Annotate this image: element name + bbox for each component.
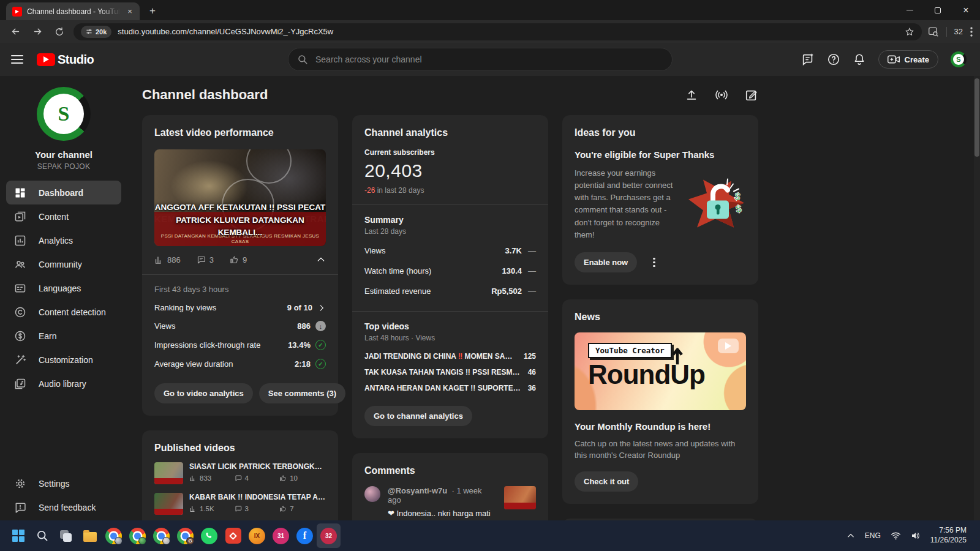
upload-video-icon[interactable] — [685, 88, 698, 102]
go-to-video-analytics-button[interactable]: Go to video analytics — [154, 383, 253, 403]
chrome-profile-4-button[interactable]: G — [173, 523, 197, 548]
chrome-profile-3-button[interactable] — [149, 523, 173, 548]
channel-avatar[interactable]: S — [37, 87, 91, 141]
chrome-profile-1-button[interactable] — [102, 523, 126, 548]
window-minimize-button[interactable] — [895, 0, 924, 20]
ideas-title: Ideas for you — [575, 127, 746, 138]
super-thanks-headline: You're eligible for Super Thanks — [575, 149, 746, 160]
sidebar-item-content[interactable]: Content — [6, 204, 121, 228]
comment-row[interactable]: @Rosyanti-w7u · 1 week ago ❤ Indonesia..… — [364, 486, 536, 518]
pink-app-button[interactable]: 31 — [269, 523, 293, 548]
studio-logo[interactable]: Studio — [37, 53, 94, 67]
language-indicator[interactable]: ENG — [865, 531, 881, 540]
top-video-row[interactable]: JADI TRENDING DI CHINA ‼ MOMEN SAKRAL TI… — [364, 348, 536, 364]
help-icon[interactable] — [827, 53, 840, 66]
start-button[interactable] — [6, 523, 30, 548]
edit-icon[interactable] — [745, 88, 758, 102]
metric-ctr: Impressions click-through rate 13.4% ✓ — [154, 335, 326, 354]
facebook-button[interactable]: f — [293, 523, 317, 548]
channel-analytics-title: Channel analytics — [364, 127, 536, 138]
sidebar-item-audio-library[interactable]: Audio library — [6, 372, 121, 395]
youtube-play-badge-icon — [718, 339, 739, 353]
chevron-right-icon — [317, 304, 326, 312]
comment-icon — [235, 474, 242, 482]
active-window-button[interactable]: 32 — [317, 523, 341, 548]
window-close-button[interactable]: × — [952, 0, 980, 20]
create-button[interactable]: Create — [878, 50, 938, 69]
youtube-favicon-icon — [12, 7, 22, 17]
scrollbar-thumb[interactable] — [974, 78, 979, 157]
sidebar-item-dashboard[interactable]: Dashboard — [6, 181, 121, 204]
metric-ranking[interactable]: Ranking by views 9 of 10 — [154, 299, 326, 317]
create-label: Create — [905, 55, 929, 64]
reload-button[interactable] — [51, 24, 67, 40]
red-diamond-app-button[interactable] — [221, 523, 245, 548]
notifications-bell-icon[interactable] — [853, 53, 866, 66]
creator-roundup-banner[interactable]: YouTube Creator RoundUp — [575, 332, 746, 410]
tab-group-count[interactable]: 32 — [954, 27, 963, 36]
sidebar-item-content-detection[interactable]: Content detection — [6, 300, 121, 324]
latest-video-thumbnail[interactable]: KEMBALI TANDA TANGANI KONTRAK PSSI DATAN… — [154, 149, 326, 246]
taskbar-search-button[interactable] — [30, 523, 54, 548]
sidebar-item-settings[interactable]: Settings — [6, 471, 121, 495]
sidebar-item-send-feedback[interactable]: Send feedback — [6, 495, 121, 519]
page-scrollbar[interactable] — [974, 76, 980, 520]
url-text[interactable]: studio.youtube.com/channel/UCeGSJNovwMi2… — [118, 27, 898, 36]
window-maximize-button[interactable] — [924, 0, 952, 20]
super-thanks-body: Increase your earnings potential and bet… — [575, 167, 680, 241]
channel-search-input[interactable] — [315, 54, 663, 64]
see-comments-button[interactable]: See comments (3) — [259, 383, 345, 403]
account-avatar[interactable]: S — [951, 51, 967, 67]
site-info-chip[interactable]: 20k — [81, 26, 111, 38]
sidebar-item-community[interactable]: Community — [6, 252, 121, 276]
browser-tab[interactable]: Channel dashboard - YouTube S × — [6, 2, 140, 20]
windows-taskbar: G IX 31 f 32 ENG 7:56 PM 11/26/2025 — [0, 520, 980, 551]
channel-search-bar[interactable] — [288, 48, 673, 71]
new-tab-button[interactable]: + — [145, 3, 160, 19]
comment-video-thumbnail — [504, 486, 536, 509]
pink-app-icon: 31 — [273, 528, 289, 544]
published-video-row[interactable]: KABAR BAIK !! INDONESIA TETAP AKAN LOLO.… — [154, 493, 326, 515]
top-video-row[interactable]: TAK KUASA TAHAN TANGIS !! PSSI RESMIKAN … — [364, 364, 536, 380]
orange-app-button[interactable]: IX — [245, 523, 269, 548]
tray-chevron-up-icon[interactable] — [846, 531, 855, 540]
go-to-channel-analytics-button[interactable]: Go to channel analytics — [364, 406, 472, 426]
enable-now-button[interactable]: Enable now — [575, 252, 637, 272]
menu-hamburger-icon[interactable] — [11, 55, 23, 64]
check-circle-icon: ✓ — [315, 340, 326, 350]
tab-close-icon[interactable]: × — [125, 7, 135, 17]
check-it-out-button[interactable]: Check it out — [575, 471, 638, 492]
top-video-row[interactable]: ANTARA HERAN DAN KAGET !! SUPORTER CHINA… — [364, 380, 536, 396]
sidebar-item-languages[interactable]: Languages — [6, 276, 121, 300]
reading-mode-icon[interactable] — [928, 27, 939, 37]
go-live-icon[interactable] — [714, 88, 729, 102]
back-button[interactable] — [7, 24, 23, 40]
wifi-icon[interactable] — [891, 531, 901, 540]
more-options-icon[interactable] — [650, 255, 658, 270]
forward-button[interactable] — [29, 24, 45, 40]
site-chip-label: 20k — [96, 28, 107, 36]
sidebar-item-earn[interactable]: Earn — [6, 324, 121, 348]
profile-badge: G — [186, 537, 194, 545]
folder-icon — [83, 532, 97, 542]
browser-menu-icon[interactable] — [970, 27, 973, 37]
address-bar[interactable]: 20k studio.youtube.com/channel/UCeGSJNov… — [74, 23, 922, 40]
published-video-row[interactable]: SIASAT LICIK PATRICK TERBONGKAR !! TERIM… — [154, 462, 326, 484]
chrome-profile-2-button[interactable] — [126, 523, 149, 548]
feedback-icon[interactable] — [801, 53, 815, 66]
task-view-button[interactable] — [54, 523, 78, 548]
subscribers-label: Current subscribers — [364, 148, 536, 157]
task-view-icon — [60, 530, 72, 542]
collapse-chevron-up-icon[interactable] — [316, 255, 326, 264]
channel-handle: SEPAK POJOK — [0, 162, 127, 171]
taskbar-clock[interactable]: 7:56 PM 11/26/2025 — [930, 526, 967, 545]
whatsapp-button[interactable] — [197, 523, 221, 548]
bookmark-star-icon[interactable] — [905, 27, 914, 37]
sidebar-item-customization[interactable]: Customization — [6, 348, 121, 372]
browser-toolbar: 20k studio.youtube.com/channel/UCeGSJNov… — [0, 20, 980, 43]
settings-gear-icon — [14, 478, 26, 490]
speaker-icon[interactable] — [911, 531, 921, 540]
profile-badge — [138, 537, 146, 545]
file-explorer-button[interactable] — [78, 523, 102, 548]
sidebar-item-analytics[interactable]: Analytics — [6, 228, 121, 252]
